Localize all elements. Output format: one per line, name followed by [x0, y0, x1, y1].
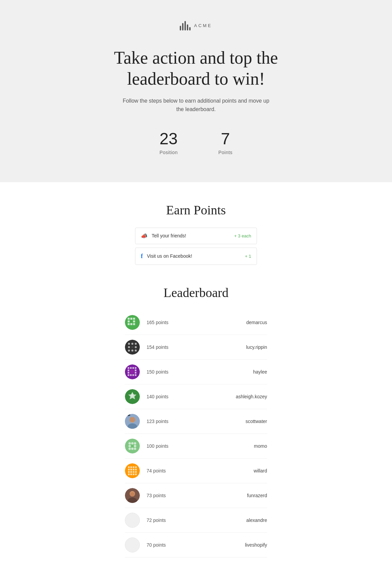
leaderboard-row: 140 points ashleigh.kozey [125, 384, 267, 409]
svg-rect-65 [128, 473, 130, 475]
earn-card-friends[interactable]: 📣 Tell your friends! + 3 each [135, 228, 257, 244]
avatar-pattern-icon [125, 439, 140, 453]
avatar [125, 389, 140, 404]
svg-rect-3 [133, 318, 135, 320]
avatar-pattern-icon [125, 340, 140, 355]
svg-rect-67 [133, 473, 134, 475]
leaderboard-points: 123 points [147, 419, 226, 424]
svg-rect-6 [128, 323, 130, 325]
leaderboard-username: momo [226, 443, 267, 449]
stat-points: 7 Points [218, 131, 233, 155]
leaderboard-username: scottwater [226, 419, 267, 424]
leaderboard-row: 73 points funrazerd [125, 483, 267, 508]
svg-rect-30 [130, 374, 132, 376]
leaderboard-username: alexandre [226, 518, 267, 523]
facebook-icon: f [141, 253, 143, 260]
leaderboard-points: 74 points [147, 468, 226, 473]
leaderboard-username: willard [226, 468, 267, 473]
stat-position-value: 23 [159, 131, 178, 147]
svg-rect-60 [135, 469, 137, 470]
svg-point-15 [135, 346, 137, 348]
earn-card-facebook[interactable]: f Visit us on Facebook! + 1 [135, 248, 257, 265]
leaderboard-points: 100 points [147, 443, 226, 449]
svg-rect-63 [133, 471, 134, 473]
avatar-blank-icon [125, 513, 139, 528]
avatar [125, 537, 140, 552]
earn-card-facebook-points: + 1 [245, 254, 251, 259]
svg-point-73 [125, 538, 139, 552]
leaderboard-row: 74 points willard [125, 459, 267, 483]
stat-position: 23 Position [159, 131, 178, 155]
leaderboard-row: 154 points lucy.rippin [125, 335, 267, 360]
leaderboard-row: 150 points haylee [125, 360, 267, 384]
svg-rect-27 [128, 372, 129, 374]
avatar-pattern-icon [125, 315, 140, 330]
svg-point-49 [131, 447, 134, 450]
svg-rect-21 [128, 367, 129, 369]
avatar-pattern-icon [125, 389, 140, 404]
svg-rect-66 [130, 473, 132, 475]
avatar [125, 315, 140, 330]
hero-title: Take action and top the leaderboard to w… [94, 47, 298, 90]
avatar [125, 364, 140, 379]
hero-section: ACME Take action and top the leaderboard… [0, 0, 392, 182]
earn-points-section: Earn Points 📣 Tell your friends! + 3 eac… [135, 203, 257, 265]
megaphone-icon: 📣 [141, 233, 148, 239]
earn-card-friends-points: + 3 each [234, 233, 251, 238]
svg-point-12 [131, 343, 133, 345]
avatar-pattern-icon [125, 463, 140, 478]
svg-rect-33 [130, 370, 134, 374]
svg-point-16 [128, 350, 130, 352]
leaderboard-row: 165 points demarcus [125, 310, 267, 335]
earn-card-friends-label: Tell your friends! [152, 233, 186, 238]
svg-rect-1 [128, 318, 130, 320]
svg-rect-56 [135, 466, 137, 468]
svg-rect-64 [135, 471, 137, 473]
svg-rect-4 [128, 320, 130, 322]
svg-point-17 [131, 350, 133, 352]
leaderboard-username: liveshopify [226, 542, 267, 548]
svg-rect-59 [133, 469, 134, 470]
svg-rect-28 [135, 372, 136, 374]
avatar [125, 513, 140, 528]
logo-area: ACME [7, 20, 385, 30]
leaderboard-row: 70 points liveshopify [125, 533, 267, 557]
leaderboard-username: lucy.rippin [226, 344, 267, 350]
leaderboard-row: 72 points alexandre [125, 508, 267, 533]
leaderboard-section: Leaderboard [125, 285, 267, 557]
leaderboard-points: 70 points [147, 542, 226, 548]
leaderboard-points: 165 points [147, 320, 226, 325]
avatar [125, 340, 140, 355]
earn-card-facebook-left: f Visit us on Facebook! [141, 253, 192, 260]
avatar [125, 439, 140, 453]
svg-point-0 [125, 315, 140, 330]
svg-point-51 [131, 445, 134, 447]
logo-icon [180, 20, 191, 30]
leaderboard-title: Leaderboard [125, 285, 267, 300]
svg-point-14 [128, 346, 130, 348]
avatar-photo-icon [125, 414, 140, 429]
avatar [125, 463, 140, 478]
svg-point-13 [135, 343, 137, 345]
leaderboard-points: 154 points [147, 344, 226, 350]
stat-position-label: Position [159, 150, 178, 155]
earn-card-friends-left: 📣 Tell your friends! [141, 233, 186, 239]
svg-point-50 [134, 447, 136, 450]
avatar-pattern-icon [125, 364, 140, 379]
svg-point-43 [129, 442, 131, 444]
svg-point-11 [128, 343, 130, 345]
stat-points-label: Points [218, 150, 233, 155]
logo-text: ACME [194, 23, 212, 28]
svg-rect-5 [133, 320, 135, 322]
leaderboard-points: 150 points [147, 369, 226, 375]
svg-point-45 [134, 442, 136, 444]
svg-point-19 [131, 346, 133, 348]
svg-rect-62 [130, 471, 132, 473]
earn-card-facebook-label: Visit us on Facebook! [147, 253, 192, 259]
svg-point-52 [125, 463, 140, 478]
stats-row: 23 Position 7 Points [7, 131, 385, 155]
leaderboard-points: 73 points [147, 493, 226, 498]
avatar-blank-icon [125, 537, 139, 552]
earn-points-title: Earn Points [135, 203, 257, 217]
leaderboard-username: ashleigh.kozey [226, 394, 267, 399]
